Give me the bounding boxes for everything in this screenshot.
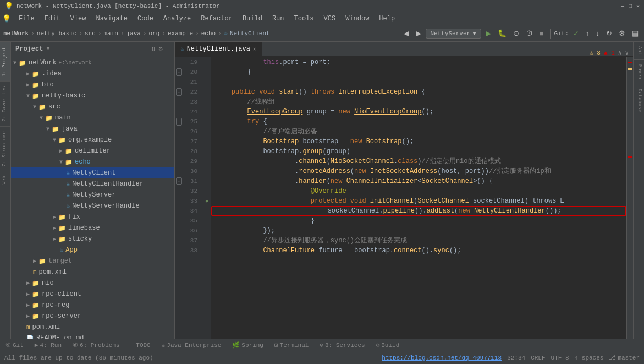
code-content[interactable]: this.port = port; } public void start() … <box>211 57 626 339</box>
status-crlf[interactable]: CRLF <box>531 355 545 361</box>
menu-code[interactable]: Code <box>133 14 158 24</box>
status-spaces[interactable]: 4 spaces <box>575 355 604 361</box>
tree-sticky[interactable]: ▶ 📁 sticky <box>11 233 174 245</box>
bottom-tab-spring[interactable]: 🌿 Spring <box>229 340 267 350</box>
tree-nettyclient[interactable]: ☕ NettyClient <box>11 167 174 178</box>
tree-rpc-client[interactable]: ▶ 📁 rpc-client <box>11 289 174 300</box>
panel-action-2[interactable]: ⚙ <box>159 45 163 53</box>
tree-nettyserverhandle[interactable]: ☕ NettyServerHandle <box>11 200 174 211</box>
breadcrumb-java[interactable]: java <box>126 30 141 37</box>
tree-idea[interactable]: ▶ 📁 .idea <box>11 68 174 79</box>
web-panel-tab[interactable]: Web <box>0 171 10 189</box>
forward-btn[interactable]: ▶ <box>414 28 423 39</box>
breadcrumb-echo[interactable]: echo <box>201 30 216 37</box>
code-line-36: }); <box>211 226 626 236</box>
breadcrumb-src[interactable]: src <box>85 30 96 37</box>
bottom-tab-java-enterprise[interactable]: ☕ Java Enterprise <box>158 340 225 350</box>
run-config-selector[interactable]: NettyServer ▼ <box>426 29 481 39</box>
tree-rpc-reg[interactable]: ▶ 📁 rpc-reg <box>11 300 174 311</box>
project-breadcrumb-root[interactable]: netWork <box>3 30 29 37</box>
tree-bio[interactable]: ▶ 📁 bio <box>11 79 174 90</box>
git-up[interactable]: ↑ <box>584 28 592 39</box>
menu-vcs[interactable]: VCS <box>320 14 340 24</box>
breadcrumb-main[interactable]: main <box>103 30 118 37</box>
breadcrumb-org[interactable]: org <box>149 30 160 37</box>
ln-20: 20 - <box>175 67 202 77</box>
favorites-panel-tab[interactable]: 2: Favorites <box>0 81 10 126</box>
menu-tools[interactable]: Tools <box>290 14 318 24</box>
tree-nettyserver[interactable]: ☕ NettyServer <box>11 189 174 200</box>
git-refresh[interactable]: ↻ <box>604 28 614 39</box>
menu-analyze[interactable]: Analyze <box>159 14 195 24</box>
tree-netty-basic[interactable]: ▼ 📁 netty-basic <box>11 90 174 101</box>
git-down[interactable]: ↓ <box>594 28 602 39</box>
maximize-btn[interactable]: □ <box>629 3 632 9</box>
maven-panel-tab[interactable]: Maven <box>634 60 644 84</box>
tree-org-example[interactable]: ▼ 📁 org.example <box>11 134 174 145</box>
vcs-log-btn[interactable]: ▤ <box>630 28 641 39</box>
panel-minimize[interactable]: — <box>166 45 170 53</box>
bottom-tab-todo[interactable]: ≡ TODO <box>128 341 154 350</box>
editor-tab-nettyclient[interactable]: ☕ NettyClient.java ✕ <box>175 42 262 56</box>
breadcrumb-netty-basic[interactable]: netty-basic <box>37 30 77 37</box>
status-charset[interactable]: UTF-8 <box>551 355 569 361</box>
menu-navigate[interactable]: Navigate <box>91 14 132 24</box>
profile-btn[interactable]: ⏱ <box>524 28 535 39</box>
ant-panel-tab[interactable]: Ant <box>634 42 644 60</box>
project-panel-header: Project ▼ ⇅ ⚙ — <box>11 42 174 56</box>
tree-nettyclienthandler[interactable]: ☕ NettyClientHandler <box>11 178 174 189</box>
tree-target[interactable]: ▶ 📁 target <box>11 256 174 267</box>
menu-edit[interactable]: Edit <box>40 14 65 24</box>
menu-file[interactable]: File <box>14 14 39 24</box>
status-branch[interactable]: ⎇ master <box>609 354 640 361</box>
tab-close-btn[interactable]: ✕ <box>253 46 256 52</box>
close-btn[interactable]: ✕ <box>636 3 640 9</box>
menu-build[interactable]: Build <box>238 14 267 24</box>
tree-main[interactable]: ▼ 📁 main <box>11 112 174 123</box>
git-checkmark[interactable]: ✓ <box>571 28 581 39</box>
back-btn[interactable]: ◀ <box>401 28 411 39</box>
breadcrumb-nettyclient[interactable]: NettyClient <box>230 30 270 37</box>
debug-btn[interactable]: 🐛 <box>496 28 509 39</box>
database-panel-tab[interactable]: Database <box>634 84 644 117</box>
bottom-tab-run[interactable]: ▶ 4: Run <box>31 340 65 350</box>
gi-36 <box>202 226 211 236</box>
tree-linebase[interactable]: ▶ 📁 linebase <box>11 222 174 233</box>
pom-label-1: pom.xml <box>39 268 67 276</box>
settings-btn[interactable]: ⚙ <box>617 28 628 39</box>
tree-java[interactable]: ▼ 📁 java <box>11 123 174 134</box>
tree-echo[interactable]: ▼ 📁 echo <box>11 156 174 167</box>
collapse-btn[interactable]: ∧ <box>618 49 622 56</box>
tree-delimiter[interactable]: ▶ 📁 delimiter <box>11 145 174 156</box>
tree-root[interactable]: ▼ 📁 netWork E:\netWork <box>11 57 174 68</box>
structure-panel-tab[interactable]: 7: Structure <box>0 126 10 171</box>
tree-nio[interactable]: ▶ 📁 nio <box>11 278 174 289</box>
tree-pom-root[interactable]: m pom.xml <box>11 322 174 333</box>
menu-window[interactable]: Window <box>341 14 373 24</box>
breadcrumb-example[interactable]: example <box>168 30 193 37</box>
menu-refactor[interactable]: Refactor <box>196 14 237 24</box>
tree-fix[interactable]: ▶ 📁 fix <box>11 211 174 222</box>
coverage-btn[interactable]: ⊙ <box>511 28 521 39</box>
tree-app[interactable]: ☕ App <box>11 245 174 256</box>
menu-view[interactable]: View <box>66 14 91 24</box>
project-panel-tab[interactable]: 1: Project <box>0 42 10 81</box>
panel-action-1[interactable]: ⇅ <box>151 45 155 53</box>
menu-help[interactable]: Help <box>375 14 399 24</box>
tree-readme-en[interactable]: 📄 README.en.md <box>11 333 174 339</box>
menu-run[interactable]: Run <box>268 14 289 24</box>
csdn-link[interactable]: https://blog.csdn.net/qq_40977118 <box>382 355 502 361</box>
expand-btn[interactable]: ∨ <box>625 49 629 56</box>
bottom-tab-problems[interactable]: ⑥ 6: Problems <box>69 340 123 350</box>
tree-rpc-server[interactable]: ▶ 📁 rpc-server <box>11 311 174 322</box>
run-btn[interactable]: ▶ <box>483 28 493 39</box>
bottom-tab-terminal[interactable]: ⊡ Terminal <box>271 340 312 350</box>
status-position[interactable]: 32:34 <box>507 355 525 361</box>
bottom-tab-services[interactable]: ⊙ 8: Services <box>316 340 368 350</box>
tree-src[interactable]: ▼ 📁 src <box>11 101 174 112</box>
bottom-tab-build[interactable]: ⚙ Build <box>373 340 403 350</box>
bottom-tab-git[interactable]: ⑨ Git <box>2 340 27 350</box>
minimize-btn[interactable]: — <box>621 3 624 9</box>
tree-pom-netty[interactable]: m pom.xml <box>11 267 174 278</box>
stop-btn[interactable]: ■ <box>537 28 546 39</box>
